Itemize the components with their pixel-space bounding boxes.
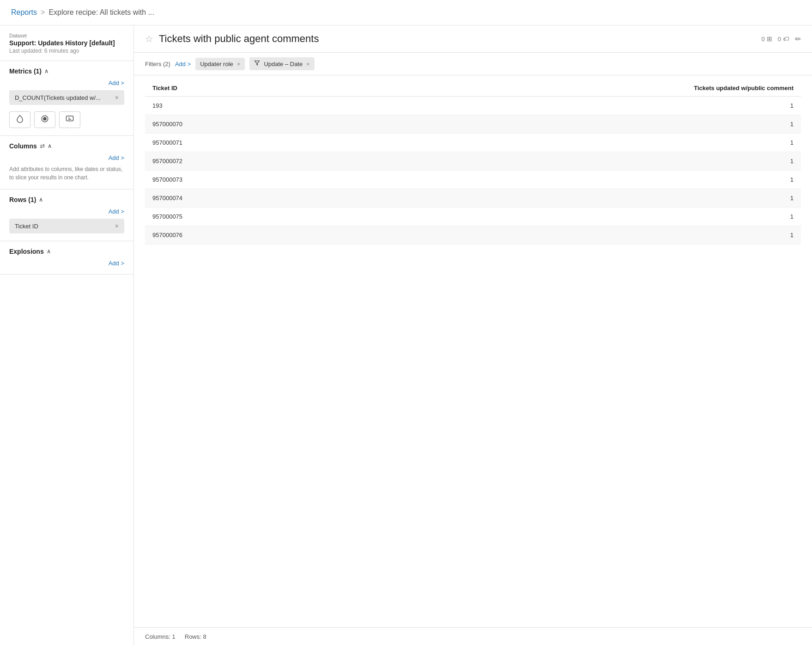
table-header-row: Ticket ID Tickets updated w/public comme… bbox=[145, 79, 801, 97]
breadcrumb: Reports > Explore recipe: All tickets wi… bbox=[0, 0, 812, 25]
viz-icon-droplet[interactable] bbox=[9, 111, 30, 128]
metrics-section: Metrics (1) ∧ Add > D_COUNT(Tickets upda… bbox=[0, 61, 133, 136]
cell-count: 1 bbox=[330, 226, 801, 245]
svg-marker-3 bbox=[255, 61, 260, 65]
table-row: 957000072 1 bbox=[145, 152, 801, 171]
cell-count: 1 bbox=[330, 97, 801, 115]
metrics-header: Metrics (1) ∧ bbox=[9, 67, 124, 75]
sidebar: Dataset Support: Updates History [defaul… bbox=[0, 25, 134, 646]
row-chip-label: Ticket ID bbox=[15, 223, 38, 230]
explosions-chevron-icon: ∧ bbox=[47, 248, 51, 255]
columns-header: Columns ⇄ ∧ bbox=[9, 142, 124, 150]
filter-chip-remove-1[interactable]: × bbox=[237, 61, 241, 67]
breadcrumb-current: Explore recipe: All tickets with ... bbox=[48, 8, 154, 17]
table-row: 957000074 1 bbox=[145, 189, 801, 208]
star-icon[interactable]: ☆ bbox=[145, 33, 153, 44]
radio-icon bbox=[41, 115, 49, 125]
dataset-label: Dataset bbox=[9, 33, 124, 38]
table-footer: Columns: 1 Rows: 8 bbox=[134, 627, 812, 646]
filter-chip-label-2: Update – Date bbox=[264, 61, 303, 67]
explosions-section: Explosions ∧ Add > bbox=[0, 241, 133, 275]
col-header-ticket-id: Ticket ID bbox=[145, 79, 330, 97]
tag-icon: 🏷 bbox=[783, 35, 789, 43]
columns-add-link[interactable]: Add > bbox=[9, 154, 124, 161]
shuffle-icon: ⇄ bbox=[40, 143, 45, 150]
viz-icon-radio[interactable] bbox=[34, 111, 55, 128]
header-badges: 0 ⊞ 0 🏷 ✏ bbox=[762, 35, 801, 43]
columns-chevron-icon: ∧ bbox=[48, 143, 52, 149]
dataset-info: Dataset Support: Updates History [defaul… bbox=[0, 25, 133, 61]
metric-chip[interactable]: D_COUNT(Tickets updated w/... × bbox=[9, 90, 124, 105]
cell-ticket-id: 957000070 bbox=[145, 115, 330, 134]
cell-count: 1 bbox=[330, 171, 801, 189]
rows-section: Rows (1) ∧ Add > Ticket ID × bbox=[0, 190, 133, 241]
cell-count: 1 bbox=[330, 208, 801, 226]
metrics-chevron-icon: ∧ bbox=[44, 68, 48, 74]
rows-header: Rows (1) ∧ bbox=[9, 196, 124, 203]
rows-chevron-icon: ∧ bbox=[39, 196, 43, 203]
metric-chip-remove[interactable]: × bbox=[115, 94, 119, 101]
rows-add-link[interactable]: Add > bbox=[9, 208, 124, 215]
rows-count: Rows: 8 bbox=[185, 633, 206, 640]
columns-section: Columns ⇄ ∧ Add > Add attributes to colu… bbox=[0, 136, 133, 190]
table-container: Ticket ID Tickets updated w/public comme… bbox=[134, 75, 812, 627]
filter-icon bbox=[254, 60, 260, 67]
filter-chip-updater-role[interactable]: Updater role × bbox=[195, 58, 245, 70]
cell-ticket-id: 957000075 bbox=[145, 208, 330, 226]
breadcrumb-separator: > bbox=[41, 8, 45, 17]
grid-icon: ⊞ bbox=[767, 35, 772, 43]
table-row: 193 1 bbox=[145, 97, 801, 115]
explosions-title: Explosions ∧ bbox=[9, 248, 51, 255]
col-header-count: Tickets updated w/public comment bbox=[330, 79, 801, 97]
row-chip[interactable]: Ticket ID × bbox=[9, 219, 124, 233]
row-chip-remove[interactable]: × bbox=[115, 222, 119, 230]
cell-ticket-id: 957000071 bbox=[145, 134, 330, 152]
table-row: 957000070 1 bbox=[145, 115, 801, 134]
add-filter-button[interactable]: Add > bbox=[175, 61, 191, 67]
cell-ticket-id: 957000072 bbox=[145, 152, 330, 171]
filter-chip-label-1: Updater role bbox=[200, 61, 233, 67]
rows-title: Rows (1) ∧ bbox=[9, 196, 43, 203]
dataset-name: Support: Updates History [default] bbox=[9, 39, 124, 47]
explosions-header: Explosions ∧ bbox=[9, 248, 124, 255]
badge-count-1: 0 ⊞ bbox=[762, 35, 772, 43]
comment-icon bbox=[66, 115, 74, 125]
table-row: 957000075 1 bbox=[145, 208, 801, 226]
content-area: ☆ Tickets with public agent comments 0 ⊞… bbox=[134, 25, 812, 646]
results-table: Ticket ID Tickets updated w/public comme… bbox=[145, 79, 801, 245]
filter-chip-update-date[interactable]: Update – Date × bbox=[249, 57, 314, 70]
filters-bar: Filters (2) Add > Updater role × Update … bbox=[134, 53, 812, 75]
cell-ticket-id: 193 bbox=[145, 97, 330, 115]
dataset-updated: Last updated: 6 minutes ago bbox=[9, 48, 124, 54]
viz-icons bbox=[9, 111, 124, 128]
columns-hint: Add attributes to columns, like dates or… bbox=[9, 165, 124, 182]
metrics-title: Metrics (1) ∧ bbox=[9, 67, 48, 75]
cell-ticket-id: 957000073 bbox=[145, 171, 330, 189]
metric-chip-label: D_COUNT(Tickets updated w/... bbox=[15, 94, 101, 101]
cell-count: 1 bbox=[330, 134, 801, 152]
report-title: Tickets with public agent comments bbox=[159, 33, 756, 45]
metrics-add-link[interactable]: Add > bbox=[9, 79, 124, 86]
reports-link[interactable]: Reports bbox=[11, 8, 37, 17]
main-layout: Dataset Support: Updates History [defaul… bbox=[0, 25, 812, 646]
cell-count: 1 bbox=[330, 115, 801, 134]
table-row: 957000076 1 bbox=[145, 226, 801, 245]
cell-count: 1 bbox=[330, 152, 801, 171]
table-row: 957000073 1 bbox=[145, 171, 801, 189]
svg-point-1 bbox=[43, 117, 46, 120]
explosions-add-link[interactable]: Add > bbox=[9, 260, 124, 267]
badge-count-2: 0 🏷 bbox=[778, 35, 789, 43]
columns-title: Columns ⇄ ∧ bbox=[9, 142, 52, 150]
cell-count: 1 bbox=[330, 189, 801, 208]
viz-icon-comment[interactable] bbox=[59, 111, 80, 128]
report-header: ☆ Tickets with public agent comments 0 ⊞… bbox=[134, 25, 812, 53]
droplet-icon bbox=[16, 115, 24, 125]
cell-ticket-id: 957000074 bbox=[145, 189, 330, 208]
filters-label: Filters (2) bbox=[145, 61, 170, 67]
table-row: 957000071 1 bbox=[145, 134, 801, 152]
cell-ticket-id: 957000076 bbox=[145, 226, 330, 245]
filter-chip-remove-2[interactable]: × bbox=[306, 61, 310, 67]
edit-icon[interactable]: ✏ bbox=[795, 35, 801, 43]
columns-count: Columns: 1 bbox=[145, 633, 176, 640]
